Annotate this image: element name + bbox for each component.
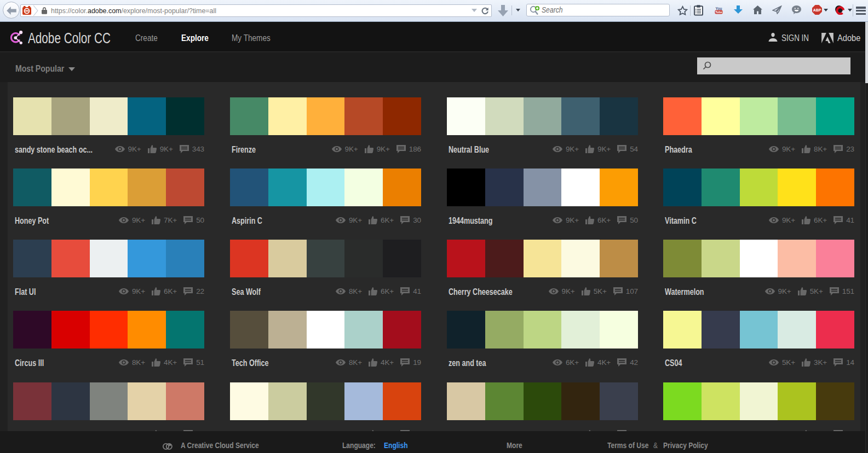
svg-text:Tube: Tube bbox=[715, 10, 722, 14]
svg-text:ABP: ABP bbox=[813, 8, 821, 12]
svg-text:You: You bbox=[716, 7, 722, 10]
